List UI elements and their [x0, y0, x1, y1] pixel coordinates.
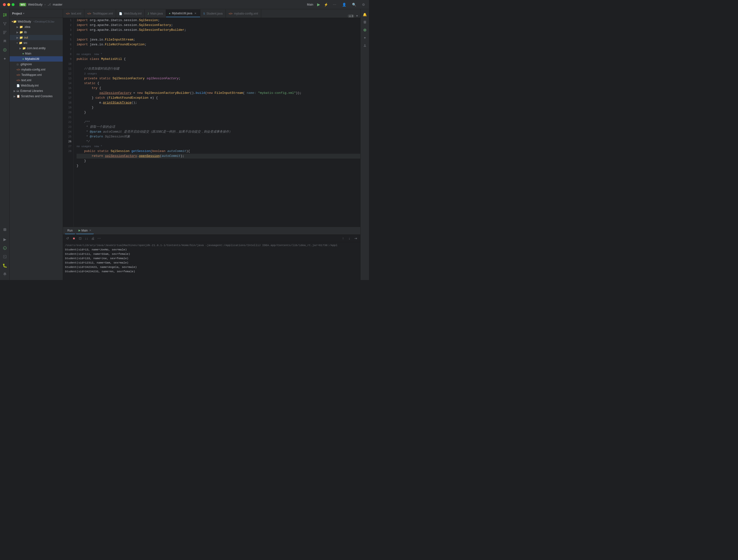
code-line-28: public static SqlSession getSession(bool…	[76, 149, 360, 154]
tree-webstudy-iml[interactable]: 📄 WebStudy.iml	[10, 83, 63, 88]
ai-assistant-right-icon[interactable]: ✦	[361, 34, 368, 41]
bookmarks-icon[interactable]	[1, 37, 9, 45]
bottom-tab-main[interactable]: ▶ Main ✕	[76, 227, 94, 234]
copilot-right-icon[interactable]	[361, 27, 368, 33]
database-right-icon[interactable]	[361, 19, 368, 26]
code-line-2: import org.apache.ibatis.session.SqlSess…	[76, 23, 360, 28]
code-line-22: /**	[76, 120, 360, 124]
test-mapper-xml-icon: </>	[16, 73, 20, 76]
close-button[interactable]	[3, 3, 6, 6]
scroll-up[interactable]: ↑	[340, 236, 346, 241]
mybatisutil-tab-icon: ●	[169, 12, 170, 15]
line-7: 7	[63, 47, 73, 52]
ext-libs-icon: 🗂	[16, 89, 19, 92]
src-label: src	[23, 41, 27, 45]
more-console-actions[interactable]: ⋯	[96, 236, 102, 241]
notifications-icon[interactable]	[1, 270, 9, 278]
tree-main[interactable]: ● Main	[10, 51, 63, 56]
bottom-tab-run[interactable]: Run	[65, 227, 75, 234]
scroll-buttons: ↑ ↓ ⇥	[340, 236, 358, 241]
project-icon[interactable]	[1, 11, 9, 19]
code-line-6: import java.io.FileNotFoundException;	[76, 42, 360, 47]
console-line-4: Student(sid=12312, name=Sam, sex=male)	[65, 261, 358, 265]
run-panel-icon[interactable]: ▶	[1, 235, 9, 243]
project-badge: WS	[19, 3, 26, 6]
plugins-icon[interactable]: ✦	[1, 55, 9, 62]
line-28: 28	[63, 149, 73, 154]
tab-webstudy-iml[interactable]: 📄 WebStudy.iml	[116, 9, 145, 18]
scroll-to-end[interactable]: ↓↓	[84, 236, 89, 241]
tree-mybatis-config[interactable]: </> mybatis-config.xml	[10, 67, 63, 72]
code-line-8: no usages new *	[76, 52, 360, 57]
tree-lib[interactable]: ▶ 📁 lib	[10, 30, 63, 35]
tab-student-java[interactable]: S Student.java	[201, 9, 226, 18]
code-line-7	[76, 47, 360, 52]
run-button[interactable]: ▶	[317, 2, 320, 7]
tab-mybatisutil-java[interactable]: ● MybatisUtil.java ✕	[166, 9, 201, 18]
line-19: 19	[63, 105, 73, 110]
maven-icon[interactable]: M	[1, 244, 9, 252]
code-editor[interactable]: import org.apache.ibatis.session.SqlSess…	[74, 18, 360, 227]
tree-idea[interactable]: ▶ 📁 .idea	[10, 24, 63, 30]
database-icon[interactable]	[1, 226, 9, 234]
vcs-icon[interactable]	[1, 20, 9, 28]
branch-icon: ⎇	[47, 3, 51, 6]
branch-name[interactable]: master	[53, 3, 62, 6]
debug-button[interactable]: ⚡	[324, 3, 328, 7]
maximize-button[interactable]	[12, 3, 15, 6]
main-tab-close[interactable]: ✕	[89, 229, 91, 232]
svg-point-19	[364, 44, 365, 46]
stop-button[interactable]: ■	[71, 236, 76, 241]
terminal-icon[interactable]	[1, 253, 9, 261]
structure-icon[interactable]	[1, 29, 9, 36]
tree-com-test-entity[interactable]: ▶ 📁 com.test.entity	[10, 46, 63, 51]
tree-external-libs[interactable]: ▶ 🗂 External Libraries	[10, 88, 63, 93]
search-button[interactable]: 🔍	[351, 2, 357, 8]
student-java-tab-label: Student.java	[207, 12, 223, 15]
tab-main-java[interactable]: J Main.java	[145, 9, 166, 18]
tab-text-xml[interactable]: </> text.xml	[63, 9, 84, 18]
tab-testmapper-xml[interactable]: </> TestMapper.xml	[84, 9, 116, 18]
line-24: 24	[63, 129, 73, 134]
scroll-down[interactable]: ↓	[347, 236, 352, 241]
webstudy-iml-label: WebStudy.iml	[21, 84, 38, 87]
profile-button[interactable]: 👤	[341, 2, 347, 8]
tab-mybatis-config-xml[interactable]: </> mybatis-config.xml	[226, 9, 261, 18]
idea-folder-icon: 📁	[19, 25, 23, 29]
tab-more-button[interactable]: ⚠ 3 ▾	[345, 14, 360, 18]
main-tab-run-icon: ▶	[78, 229, 80, 232]
collaborator-right-icon[interactable]	[361, 42, 368, 49]
code-line-9: public class MybatisUtil {	[76, 57, 360, 62]
ai-icon[interactable]	[1, 46, 9, 54]
debug-panel-icon[interactable]: 🐛	[1, 262, 9, 269]
tree-gitignore[interactable]: ◎ .gitignore	[10, 62, 63, 67]
tree-root[interactable]: ▾📁 WebStudy ~/Desktop/CS/Jav	[10, 19, 63, 24]
project-panel-header[interactable]: Project ▾	[10, 9, 63, 18]
rerun-button[interactable]: ↺	[65, 236, 70, 241]
tree-test-mapper-xml[interactable]: </> TestMapper.xml	[10, 72, 63, 77]
tree-scratches[interactable]: ▶ 📋 Scratches and Consoles	[10, 93, 63, 99]
main-label: Main	[25, 52, 31, 55]
mybatisutil-tab-close[interactable]: ✕	[194, 12, 197, 15]
print-button[interactable]: 🖨	[90, 236, 95, 241]
lib-folder-icon: 📁	[19, 31, 23, 34]
project-name[interactable]: WebStudy	[28, 3, 43, 6]
minimize-button[interactable]	[7, 3, 10, 6]
run-config[interactable]: Main	[307, 3, 313, 6]
svg-point-17	[364, 29, 366, 31]
more-options-button[interactable]: ⋯	[332, 2, 337, 8]
notifications-right-icon[interactable]: 🔔	[361, 11, 368, 18]
tree-text-xml[interactable]: </> text.xml	[10, 77, 63, 83]
code-line-1: import org.apache.ibatis.session.SqlSess…	[76, 18, 360, 23]
line-13: 13	[63, 76, 73, 81]
tree-src[interactable]: ▾ 📁 src	[10, 40, 63, 46]
mybatis-file-icon: ●	[22, 57, 24, 61]
tree-out[interactable]: ▶ 📁 out	[10, 35, 63, 40]
code-line-29: return sqlSessionFactory.openSession(aut…	[76, 154, 360, 159]
mybatis-xml-icon: </>	[16, 68, 20, 71]
src-folder-icon: 📁	[19, 41, 23, 45]
settings-button[interactable]: ⚙	[361, 2, 366, 8]
wrap-button[interactable]: ⇥	[353, 236, 358, 241]
restore-button[interactable]: ⊡	[77, 236, 83, 241]
tree-mybatis-util[interactable]: ● MybatisUtil	[10, 56, 63, 62]
